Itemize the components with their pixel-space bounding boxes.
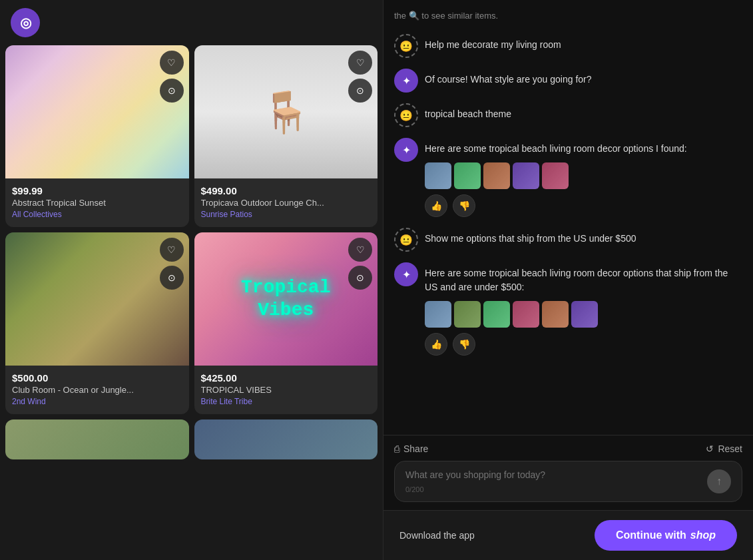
- product-card[interactable]: ♡ ⊙ $500.00 Club Room - Ocean or Jungle.…: [5, 232, 189, 414]
- send-button[interactable]: ↑: [707, 469, 731, 493]
- char-count: 0/200: [405, 485, 702, 493]
- brand-name: All Collectives: [12, 210, 182, 219]
- share-label: Share: [403, 443, 428, 454]
- search-similar-button[interactable]: ⊙: [160, 79, 184, 103]
- product-name: Tropicava Outdoor Lounge Ch...: [201, 198, 372, 208]
- right-panel: the 🔍 to see similar items. 😐 Help me de…: [383, 0, 753, 560]
- thumbnail[interactable]: [513, 301, 539, 328]
- thumbnail[interactable]: [571, 301, 598, 328]
- ai-avatar-icon: ✦: [394, 138, 418, 162]
- card-actions: ♡ ⊙: [160, 51, 184, 103]
- thumbnail[interactable]: [454, 162, 481, 189]
- product-price: $425.00: [201, 372, 372, 384]
- wishlist-button[interactable]: ♡: [348, 51, 372, 75]
- thumbnail[interactable]: [542, 301, 569, 328]
- user-avatar-icon: 😐: [394, 103, 418, 127]
- fade-text: the 🔍 to see similar items.: [394, 11, 742, 23]
- chat-message-user: 😐 Help me decorate my living room: [394, 34, 742, 58]
- reset-button[interactable]: ↺ Reset: [706, 443, 742, 454]
- product-price: $499.00: [201, 185, 372, 196]
- product-card[interactable]: 🪑 ♡ ⊙ $499.00 Tropicava Outdoor Lounge C…: [194, 45, 378, 227]
- chat-message-ai: ✦ Here are some tropical beach living ro…: [394, 262, 742, 356]
- chat-bubble-text: tropical beach theme: [425, 103, 742, 121]
- chat-bubble-text: Here are some tropical beach living room…: [425, 268, 728, 292]
- product-card-partial[interactable]: [5, 420, 189, 459]
- wishlist-button[interactable]: ♡: [160, 238, 184, 262]
- ai-avatar-icon: ✦: [394, 69, 418, 93]
- thumbnail[interactable]: [425, 162, 451, 189]
- thumbnail[interactable]: [542, 162, 569, 189]
- product-card-partial[interactable]: [194, 420, 378, 459]
- thumbnail[interactable]: [513, 162, 539, 189]
- card-actions: ♡ ⊙: [348, 51, 372, 103]
- product-thumbnails: [425, 162, 742, 189]
- brand-name: Brite Lite Tribe: [201, 397, 372, 406]
- search-similar-button[interactable]: ⊙: [348, 79, 372, 103]
- thumbnail[interactable]: [483, 301, 510, 328]
- thumbs-up-button[interactable]: 👍: [425, 194, 447, 217]
- chat-area: the 🔍 to see similar items. 😐 Help me de…: [383, 0, 753, 435]
- card-actions: ♡ ⊙: [160, 238, 184, 290]
- reaction-buttons: 👍 👎: [425, 194, 742, 217]
- product-grid: ♡ ⊙ $99.99 Abstract Tropical Sunset All …: [0, 45, 383, 465]
- chat-bubble-text: Show me options that ship from the US un…: [425, 228, 742, 246]
- chat-message-ai: ✦ Of course! What style are you going fo…: [394, 69, 742, 93]
- continue-label: Continue with: [616, 529, 686, 541]
- bottom-bar: Download the app Continue with shop: [383, 510, 753, 560]
- wishlist-button[interactable]: ♡: [348, 238, 372, 262]
- thumbnail[interactable]: [483, 162, 510, 189]
- left-panel: ◎ ♡ ⊙ $99.99 Abstract Tropical Sunset Al…: [0, 0, 383, 560]
- chat-input[interactable]: [405, 469, 702, 480]
- chat-message-user: 😐 Show me options that ship from the US …: [394, 228, 742, 252]
- shop-logo: shop: [690, 529, 716, 541]
- chat-message-user: 😐 tropical beach theme: [394, 103, 742, 127]
- chat-bubble-content: Here are some tropical beach living room…: [425, 262, 742, 356]
- ai-avatar-icon: ✦: [394, 262, 418, 286]
- product-name: Club Room - Ocean or Jungle...: [12, 385, 182, 395]
- thumbs-down-button[interactable]: 👎: [453, 333, 475, 356]
- neon-text: TropicalVibes: [228, 263, 344, 334]
- chat-input-area: 0/200 ↑: [394, 461, 742, 502]
- share-icon: ⎙: [394, 443, 399, 454]
- thumbs-down-button[interactable]: 👎: [453, 194, 475, 217]
- reset-label: Reset: [718, 443, 742, 454]
- thumbs-up-button[interactable]: 👍: [425, 333, 447, 356]
- user-avatar-icon: 😐: [394, 228, 418, 252]
- user-avatar[interactable]: ◎: [11, 8, 40, 37]
- product-name: Abstract Tropical Sunset: [12, 198, 182, 208]
- chat-footer: ⎙ Share ↺ Reset 0/200 ↑: [383, 435, 753, 510]
- card-info: $425.00 TROPICAL VIBES Brite Lite Tribe: [194, 366, 378, 414]
- reaction-buttons: 👍 👎: [425, 333, 742, 356]
- share-button[interactable]: ⎙ Share: [394, 443, 428, 454]
- thumbnail[interactable]: [425, 301, 451, 328]
- top-bar: ◎: [0, 0, 383, 45]
- product-card[interactable]: TropicalVibes ♡ ⊙ $425.00 TROPICAL VIBES…: [194, 232, 378, 414]
- chat-bubble-content: Here are some tropical beach living room…: [425, 138, 742, 217]
- thumbnail[interactable]: [454, 301, 481, 328]
- wishlist-button[interactable]: ♡: [160, 51, 184, 75]
- product-price: $500.00: [12, 372, 182, 384]
- card-info: $499.00 Tropicava Outdoor Lounge Ch... S…: [194, 178, 378, 227]
- continue-with-shop-button[interactable]: Continue with shop: [595, 520, 737, 551]
- chat-message-ai: ✦ Here are some tropical beach living ro…: [394, 138, 742, 217]
- footer-actions: ⎙ Share ↺ Reset: [394, 443, 742, 454]
- chat-bubble-text: Help me decorate my living room: [425, 34, 742, 52]
- chat-bubble-text: Of course! What style are you going for?: [425, 69, 742, 87]
- search-similar-button[interactable]: ⊙: [160, 266, 184, 290]
- search-similar-button[interactable]: ⊙: [348, 266, 372, 290]
- input-wrapper: 0/200: [405, 469, 702, 493]
- brand-name: Sunrise Patios: [201, 210, 372, 219]
- reset-icon: ↺: [706, 443, 714, 454]
- chair-icon: 🪑: [261, 89, 311, 136]
- chat-bubble-text: Here are some tropical beach living room…: [425, 143, 687, 154]
- brand-name: 2nd Wind: [12, 397, 182, 406]
- download-label: Download the app: [399, 530, 475, 541]
- card-info: $500.00 Club Room - Ocean or Jungle... 2…: [5, 366, 189, 414]
- product-card[interactable]: ♡ ⊙ $99.99 Abstract Tropical Sunset All …: [5, 45, 189, 227]
- user-avatar-icon: 😐: [394, 34, 418, 58]
- product-thumbnails: [425, 301, 742, 328]
- product-price: $99.99: [12, 185, 182, 196]
- product-name: TROPICAL VIBES: [201, 385, 372, 395]
- card-actions: ♡ ⊙: [348, 238, 372, 290]
- card-info: $99.99 Abstract Tropical Sunset All Coll…: [5, 178, 189, 227]
